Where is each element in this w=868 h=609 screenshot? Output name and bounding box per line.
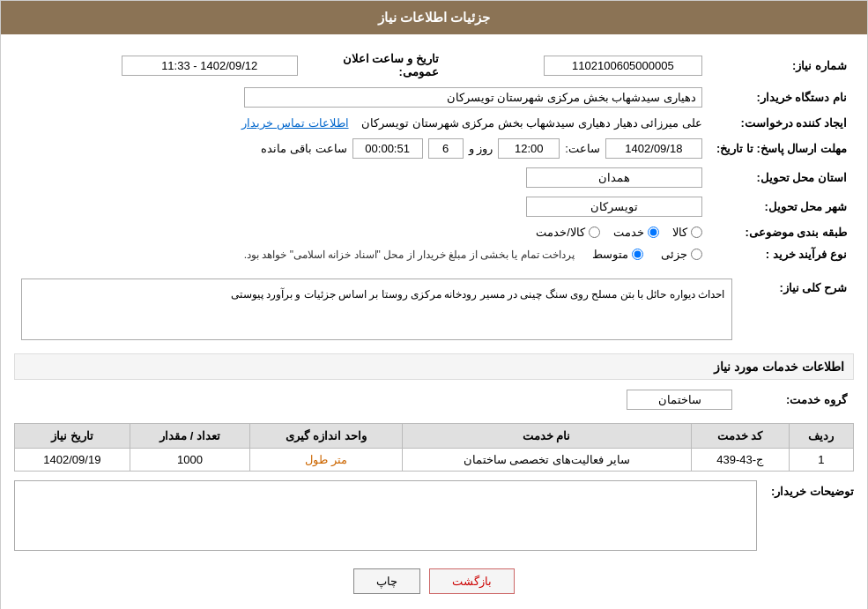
radio-motavaset-input[interactable]: [632, 249, 643, 260]
radio-kala-khedmat-label: کالا/خدمت: [536, 226, 585, 239]
sharh-label: شرح کلی نیاز:: [739, 274, 854, 345]
page-title: جزئیات اطلاعات نیاز: [378, 10, 490, 25]
tabaqe-label: طبقه بندی موضوعی:: [709, 221, 854, 243]
radio-kala-khedmat[interactable]: کالا/خدمت: [536, 226, 600, 239]
row-tabaqe: طبقه بندی موضوعی: کالا خدمت: [14, 221, 854, 243]
group-service-box: ساختمان: [627, 390, 732, 410]
radio-khedmat-label: خدمت: [613, 226, 644, 239]
cell-tedad: 1000: [130, 449, 250, 472]
row-group-service: گروه خدمت: ساختمان: [14, 385, 854, 414]
radio-khedmat-input[interactable]: [648, 227, 659, 238]
sharh-value: احداث دیواره حائل با بتن مسلح روی سنگ چی…: [14, 274, 739, 345]
radio-kala-khedmat-input[interactable]: [589, 227, 600, 238]
shahr-label: شهر محل تحویل:: [709, 192, 854, 221]
ostan-label: استان محل تحویل:: [709, 163, 854, 192]
mohlat-value: 1402/09/18 ساعت: 12:00 روز و 6 00:00:51 …: [14, 134, 709, 163]
ijad-label: ایجاد کننده درخواست:: [709, 112, 854, 134]
group-service-label: گروه خدمت:: [739, 385, 854, 414]
tavsif-area: توضیحات خریدار:: [14, 480, 854, 551]
main-container: جزئیات اطلاعات نیاز شماره نیاز: 11021006…: [0, 0, 868, 609]
sharh-box: احداث دیواره حائل با بتن مسلح روی سنگ چی…: [21, 279, 732, 340]
type-row: جزئی متوسط پرداخت تمام یا بخشی از مبلغ خ…: [21, 248, 702, 261]
radio-kala[interactable]: کالا: [672, 226, 702, 239]
shomara-box: 1102100605000005: [544, 56, 702, 76]
day-box: 6: [428, 138, 464, 159]
ostan-box: همدان: [526, 167, 702, 188]
main-info-table: شماره نیاز: 1102100605000005 تاریخ و ساع…: [14, 48, 854, 265]
radio-motavaset[interactable]: متوسط: [592, 248, 643, 261]
tarikh-value: 1402/09/12 - 11:33: [14, 48, 305, 83]
cell-unit: متر طول: [250, 449, 402, 472]
tarikh-label: تاریخ و ساعت اعلان عمومی:: [305, 48, 446, 83]
mohlat-label: مهلت ارسال پاسخ: تا تاریخ:: [709, 134, 854, 163]
sharh-table: شرح کلی نیاز: احداث دیواره حائل با بتن م…: [14, 274, 854, 345]
tabaqe-value: کالا خدمت کالا/خدمت: [14, 221, 709, 243]
services-section-title: اطلاعات خدمات مورد نیاز: [14, 353, 854, 380]
nooe-value: جزئی متوسط پرداخت تمام یا بخشی از مبلغ خ…: [14, 243, 709, 265]
table-row: 1 ج-43-439 سایر فعالیت‌های تخصصی ساختمان…: [15, 449, 854, 472]
radio-kala-input[interactable]: [691, 227, 702, 238]
services-table-header-row: ردیف کد خدمت نام خدمت واحد اندازه گیری ت…: [15, 424, 854, 449]
nooe-label: نوع فرآیند خرید :: [709, 243, 854, 265]
row-shomara: شماره نیاز: 1102100605000005 تاریخ و ساع…: [14, 48, 854, 83]
day-label: روز و: [469, 142, 493, 155]
tabaqe-radio-group: کالا خدمت کالا/خدمت: [21, 226, 702, 239]
deadline-row: 1402/09/18 ساعت: 12:00 روز و 6 00:00:51 …: [21, 138, 702, 159]
tarikh-box: 1402/09/12 - 11:33: [122, 56, 298, 76]
etelaaat-tamas-link[interactable]: اطلاعات تماس خریدار: [241, 116, 348, 130]
date-box: 1402/09/18: [605, 138, 702, 159]
back-button[interactable]: بازگشت: [429, 568, 515, 594]
print-button[interactable]: چاپ: [353, 568, 420, 594]
row-sharh: شرح کلی نیاز: احداث دیواره حائل با بتن م…: [14, 274, 854, 345]
row-ijad: ایجاد کننده درخواست: علی میرزائی دهیار د…: [14, 112, 854, 134]
services-table: ردیف کد خدمت نام خدمت واحد اندازه گیری ت…: [14, 423, 854, 472]
radio-khedmat[interactable]: خدمت: [613, 226, 659, 239]
tavsif-textarea[interactable]: [14, 480, 757, 551]
time-box: 12:00: [498, 138, 560, 159]
shomara-value: 1102100605000005: [446, 48, 709, 83]
radio-jozii-label: جزئی: [661, 248, 687, 261]
remaining-box: 00:00:51: [352, 138, 423, 159]
ostan-value: همدان: [14, 163, 709, 192]
content-area: شماره نیاز: 1102100605000005 تاریخ و ساع…: [1, 34, 867, 609]
cell-kod: ج-43-439: [691, 449, 789, 472]
namdastgah-box: دهیاری سیدشهاب بخش مرکزی شهرستان تویسرکا…: [244, 87, 702, 108]
group-service-value: ساختمان: [14, 385, 739, 414]
row-mohlat: مهلت ارسال پاسخ: تا تاریخ: 1402/09/18 سا…: [14, 134, 854, 163]
cell-tarikh: 1402/09/19: [15, 449, 130, 472]
radio-motavaset-label: متوسط: [592, 248, 628, 261]
shahr-value: تویسرکان: [14, 192, 709, 221]
col-kod: کد خدمت: [691, 424, 789, 449]
radio-jozii-input[interactable]: [691, 249, 702, 260]
row-shahr: شهر محل تحویل: تویسرکان: [14, 192, 854, 221]
row-namdastgah: نام دستگاه خریدار: دهیاری سیدشهاب بخش مر…: [14, 83, 854, 112]
cell-name: سایر فعالیت‌های تخصصی ساختمان: [402, 449, 691, 472]
remaining-label: ساعت باقی مانده: [261, 142, 346, 155]
ijad-value: علی میرزائی دهیار دهیاری سیدشهاب بخش مرک…: [14, 112, 709, 134]
ijad-text: علی میرزائی دهیار دهیاری سیدشهاب بخش مرک…: [361, 116, 702, 130]
page-header: جزئیات اطلاعات نیاز: [1, 1, 867, 34]
shomara-label: شماره نیاز:: [709, 48, 854, 83]
col-tedad: تعداد / مقدار: [130, 424, 250, 449]
services-table-head: ردیف کد خدمت نام خدمت واحد اندازه گیری ت…: [15, 424, 854, 449]
time-label: ساعت:: [565, 142, 600, 155]
namdastgah-label: نام دستگاه خریدار:: [709, 83, 854, 112]
radio-jozii[interactable]: جزئی: [661, 248, 702, 261]
row-nooe: نوع فرآیند خرید : جزئی متوسط پرداخت تمام…: [14, 243, 854, 265]
tavsif-label: توضیحات خریدار:: [766, 480, 854, 498]
col-name: نام خدمت: [402, 424, 691, 449]
col-radif: ردیف: [789, 424, 853, 449]
group-service-table: گروه خدمت: ساختمان: [14, 385, 854, 414]
namdastgah-value: دهیاری سیدشهاب بخش مرکزی شهرستان تویسرکا…: [14, 83, 709, 112]
col-unit: واحد اندازه گیری: [250, 424, 402, 449]
radio-kala-label: کالا: [672, 226, 687, 239]
cell-radif: 1: [789, 449, 853, 472]
button-bar: بازگشت چاپ: [14, 558, 854, 605]
nooe-note: پرداخت تمام یا بخشی از مبلغ خریدار از مح…: [244, 249, 575, 261]
shahr-box: تویسرکان: [526, 197, 702, 217]
services-table-body: 1 ج-43-439 سایر فعالیت‌های تخصصی ساختمان…: [15, 449, 854, 472]
col-tarikh: تاریخ نیاز: [15, 424, 130, 449]
row-ostan: استان محل تحویل: همدان: [14, 163, 854, 192]
